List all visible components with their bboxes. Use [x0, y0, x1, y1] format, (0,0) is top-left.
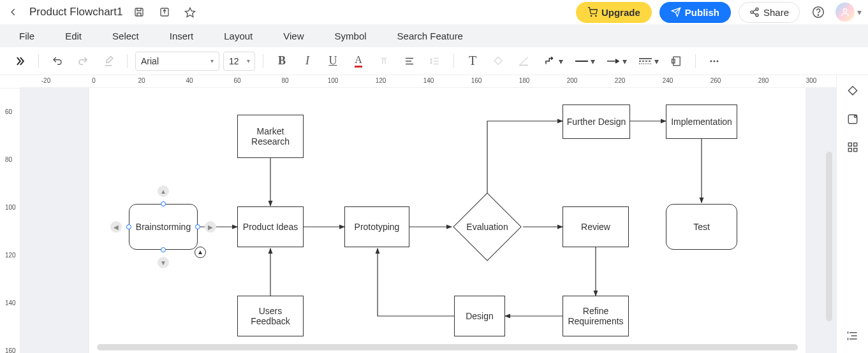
canvas[interactable]: Brainstorming ▲ ▼ ◀ ▶ Market Research Pr…	[20, 88, 836, 353]
resize-handle[interactable]	[195, 224, 200, 229]
svg-point-3	[591, 15, 591, 16]
upgrade-button[interactable]: Upgrade	[576, 2, 652, 23]
node-prototyping[interactable]: Prototyping	[344, 206, 409, 247]
star-icon[interactable]	[181, 3, 199, 21]
svg-rect-46	[853, 148, 857, 152]
page-setup-icon[interactable]	[666, 50, 688, 72]
menu-layout[interactable]: Layout	[224, 31, 253, 41]
svg-rect-25	[673, 57, 680, 66]
svg-line-9	[753, 10, 756, 11]
export-icon[interactable]	[156, 3, 173, 21]
svg-point-4	[596, 15, 596, 16]
svg-rect-45	[848, 148, 851, 152]
node-test[interactable]: Test	[666, 204, 737, 250]
resize-handle[interactable]	[161, 201, 166, 206]
svg-rect-41	[848, 115, 857, 123]
menu-edit[interactable]: Edit	[65, 31, 82, 41]
line-color-icon[interactable]	[513, 50, 534, 72]
properties-icon[interactable]	[844, 111, 861, 127]
fill-color-icon[interactable]	[487, 50, 509, 72]
svg-point-42	[854, 115, 856, 117]
line-spacing-icon[interactable]	[424, 50, 446, 72]
font-family-dropdown[interactable]: Arial▾	[135, 52, 219, 71]
apps-icon[interactable]	[844, 139, 861, 155]
back-button[interactable]	[6, 5, 20, 19]
vertical-ruler: 6080100120140160	[0, 88, 20, 353]
undo-icon[interactable]	[47, 50, 68, 72]
rotate-handle-icon[interactable]	[195, 247, 206, 258]
font-size-dropdown[interactable]: 12▾	[223, 52, 255, 71]
menubar: File Edit Select Insert Layout View Symb…	[0, 24, 868, 47]
svg-point-28	[714, 60, 716, 62]
svg-line-8	[753, 13, 756, 15]
menu-symbol[interactable]: Symbol	[335, 31, 367, 41]
theme-icon[interactable]	[844, 83, 861, 99]
line-weight-icon[interactable]: ▾	[570, 50, 598, 72]
svg-point-29	[717, 60, 719, 62]
connection-hint-left-icon[interactable]: ◀	[110, 221, 122, 233]
resize-handle[interactable]	[126, 224, 131, 229]
node-product-ideas[interactable]: Product Ideas	[237, 206, 304, 247]
svg-point-11	[818, 15, 818, 15]
user-avatar[interactable]: ▾	[828, 3, 862, 22]
svg-point-7	[756, 14, 758, 17]
line-dash-icon[interactable]: ▾	[634, 50, 662, 72]
help-icon[interactable]	[809, 3, 828, 22]
svg-point-6	[751, 11, 753, 13]
svg-point-12	[843, 9, 846, 12]
horizontal-ruler: -200204060801001201401601802002202402602…	[20, 75, 836, 88]
menu-view[interactable]: View	[283, 31, 304, 41]
svg-marker-40	[198, 250, 202, 254]
node-further-design[interactable]: Further Design	[563, 104, 630, 139]
node-design[interactable]: Design	[454, 296, 505, 336]
connection-hint-right-icon[interactable]: ▶	[205, 221, 216, 233]
right-panel	[836, 75, 868, 353]
save-icon[interactable]	[130, 3, 148, 21]
text-tool-icon[interactable]: T	[462, 50, 483, 72]
svg-rect-43	[848, 143, 851, 146]
connector-style-icon[interactable]: ▾	[538, 50, 566, 72]
node-market-research[interactable]: Market Research	[237, 115, 304, 158]
menu-file[interactable]: File	[19, 31, 34, 41]
arrow-style-icon[interactable]: ▾	[602, 50, 630, 72]
connection-hint-up-icon[interactable]: ▲	[158, 185, 169, 197]
align-icon[interactable]	[399, 50, 420, 72]
svg-point-27	[710, 60, 712, 62]
node-implementation[interactable]: Implementation	[666, 104, 737, 139]
outline-icon[interactable]	[844, 328, 861, 344]
caret-down-icon: ▾	[857, 7, 862, 17]
resize-handle[interactable]	[161, 247, 166, 252]
clear-format-icon[interactable]	[373, 50, 395, 72]
toolbar: Arial▾ 12▾ B I U A T ▾ ▾ ▾ ▾	[0, 47, 868, 75]
more-icon[interactable]	[703, 50, 725, 72]
format-painter-icon[interactable]	[98, 50, 119, 72]
italic-icon[interactable]: I	[297, 50, 318, 72]
node-brainstorming[interactable]: Brainstorming ▲ ▼ ◀ ▶	[129, 204, 198, 250]
menu-search-feature[interactable]: Search Feature	[397, 31, 463, 41]
menu-insert[interactable]: Insert	[170, 31, 194, 41]
node-review[interactable]: Review	[563, 206, 629, 247]
svg-rect-19	[519, 64, 528, 66]
svg-marker-2	[186, 8, 195, 17]
page-margin-left	[20, 88, 89, 353]
redo-icon[interactable]	[72, 50, 94, 72]
svg-rect-0	[135, 8, 143, 16]
expand-panel-icon[interactable]	[9, 50, 31, 72]
node-evaluation[interactable]: Evaluation	[452, 200, 523, 254]
font-color-icon[interactable]: A	[348, 50, 369, 72]
horizontal-scrollbar[interactable]	[97, 344, 798, 350]
document-title[interactable]: Product Flowchart1	[29, 6, 122, 18]
share-button[interactable]: Share	[739, 2, 800, 23]
svg-point-5	[756, 8, 758, 10]
bold-icon[interactable]: B	[271, 50, 293, 72]
vertical-scrollbar[interactable]	[826, 152, 832, 321]
publish-button[interactable]: Publish	[659, 2, 731, 23]
connection-hint-down-icon[interactable]: ▼	[158, 257, 169, 268]
svg-rect-44	[853, 143, 857, 146]
underline-icon[interactable]: U	[322, 50, 344, 72]
node-refine-requirements[interactable]: Refine Requirements	[563, 296, 629, 336]
menu-select[interactable]: Select	[112, 31, 139, 41]
node-users-feedback[interactable]: Users Feedback	[237, 296, 304, 336]
